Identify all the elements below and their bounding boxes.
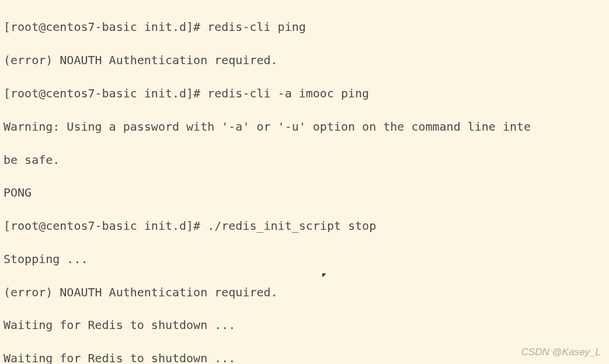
prompt: [root@centos7-basic init.d]# xyxy=(4,86,207,100)
command-text: ./redis_init_script stop xyxy=(207,219,376,233)
prompt: [root@centos7-basic init.d]# xyxy=(4,20,207,34)
terminal-line: Waiting for Redis to shutdown ... xyxy=(4,350,605,364)
command-text: redis-cli -a imooc ping xyxy=(207,86,369,100)
terminal-line: Warning: Using a password with '-a' or '… xyxy=(4,118,605,135)
terminal-line: [root@centos7-basic init.d]# redis-cli -… xyxy=(4,85,605,102)
terminal-line: (error) NOAUTH Authentication required. xyxy=(4,284,605,300)
terminal-line: Stopping ... xyxy=(4,251,605,267)
terminal-line: Waiting for Redis to shutdown ... xyxy=(4,317,605,333)
terminal-line: be safe. xyxy=(4,152,605,168)
terminal-line: [root@centos7-basic init.d]# ./redis_ini… xyxy=(4,218,605,234)
terminal-output[interactable]: [root@centos7-basic init.d]# redis-cli p… xyxy=(4,2,605,364)
terminal-line: PONG xyxy=(4,184,605,201)
prompt: [root@centos7-basic init.d]# xyxy=(4,219,207,233)
command-text: redis-cli ping xyxy=(207,20,306,34)
terminal-line: [root@centos7-basic init.d]# redis-cli p… xyxy=(4,19,605,35)
terminal-line: (error) NOAUTH Authentication required. xyxy=(4,52,605,68)
